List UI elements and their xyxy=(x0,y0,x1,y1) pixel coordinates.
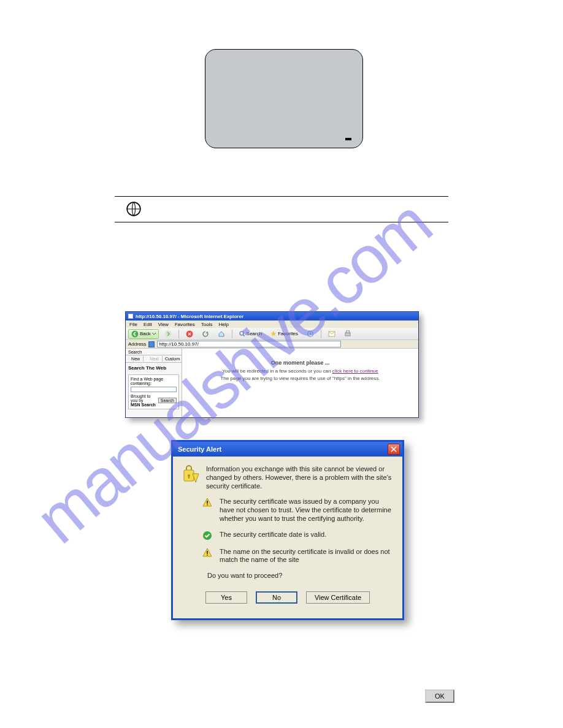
home-button[interactable] xyxy=(215,329,228,339)
address-label: Address xyxy=(128,341,146,347)
menu-file[interactable]: File xyxy=(129,322,137,327)
globe-icon xyxy=(126,201,142,217)
history-button[interactable] xyxy=(304,329,317,339)
search-provider-line2: MSN Search xyxy=(131,403,158,407)
yes-button[interactable]: Yes xyxy=(205,591,247,604)
mail-button[interactable] xyxy=(325,330,339,338)
search-pane: Search New Next Custom Search The Web Fi… xyxy=(126,349,182,417)
dialog-bullet-3: The name on the security certificate is … xyxy=(220,548,393,565)
menu-edit[interactable]: Edit xyxy=(144,322,152,327)
search-find-label: Find a Web page containing: xyxy=(131,377,177,385)
search-submit-button[interactable]: Search xyxy=(158,398,177,403)
search-button[interactable]: Search xyxy=(236,330,265,338)
favorites-button-label: Favorites xyxy=(278,331,298,336)
browser-window: http://10.50.10.97/ - Microsoft Internet… xyxy=(125,311,419,418)
menu-help[interactable]: Help xyxy=(218,322,228,327)
menu-favorites[interactable]: Favorites xyxy=(175,322,195,327)
dialog-title: Security Alert xyxy=(178,446,221,453)
svg-rect-12 xyxy=(188,476,190,479)
check-icon xyxy=(201,531,213,540)
svg-point-9 xyxy=(128,358,128,359)
search-button-label: Search xyxy=(247,331,262,336)
svg-point-2 xyxy=(164,330,171,337)
svg-rect-16 xyxy=(207,551,207,554)
refresh-button[interactable] xyxy=(199,329,212,339)
stop-button[interactable] xyxy=(183,329,196,339)
search-pane-next: Next xyxy=(150,357,158,361)
address-input[interactable] xyxy=(157,341,341,347)
view-certificate-button[interactable]: View Certificate xyxy=(306,591,370,604)
dialog-titlebar: Security Alert xyxy=(173,442,402,457)
svg-rect-13 xyxy=(207,501,207,504)
search-provider-line1: Brought to you by xyxy=(131,394,158,403)
toolbar-separator xyxy=(232,330,232,338)
svg-rect-17 xyxy=(207,555,207,555)
menu-tools[interactable]: Tools xyxy=(201,322,213,327)
svg-rect-14 xyxy=(207,504,207,505)
section-rule-bottom xyxy=(115,222,448,222)
redirect-heading: One moment please ... xyxy=(182,360,418,366)
page-content: One moment please ... You will be redire… xyxy=(182,349,418,417)
search-pane-custom[interactable]: Custom xyxy=(165,357,180,361)
dialog-bullet-2: The security certificate date is valid. xyxy=(220,531,393,540)
search-find-input[interactable] xyxy=(131,387,177,392)
svg-point-1 xyxy=(132,330,139,337)
ok-button[interactable]: OK xyxy=(425,689,454,703)
dialog-bullet-1: The security certificate was issued by a… xyxy=(220,498,393,523)
dialog-proceed-text: Do you want to proceed? xyxy=(207,572,393,579)
toolbar-separator xyxy=(321,330,321,338)
device-slot xyxy=(345,138,351,140)
search-pane-tab[interactable]: Search xyxy=(128,350,142,354)
security-alert-dialog: Security Alert Information you exchange … xyxy=(171,440,404,620)
menu-view[interactable]: View xyxy=(158,322,169,327)
toolbar-separator xyxy=(178,330,179,338)
warning-icon xyxy=(201,498,213,523)
lock-shield-icon xyxy=(183,465,200,490)
browser-window-title: http://10.50.10.97/ - Microsoft Internet… xyxy=(136,314,243,319)
search-pane-new[interactable]: New xyxy=(131,357,140,361)
search-form: Find a Web page containing: Brought to y… xyxy=(128,374,179,409)
svg-point-4 xyxy=(240,332,243,335)
svg-rect-8 xyxy=(347,331,350,333)
svg-rect-7 xyxy=(345,333,350,336)
close-button[interactable] xyxy=(388,444,400,455)
print-button[interactable] xyxy=(341,329,354,339)
warning-icon xyxy=(201,548,213,565)
ie-logo-icon xyxy=(128,314,133,319)
redirect-link[interactable]: click here to continue xyxy=(332,368,378,374)
redirect-text: You will be redirected in a few seconds … xyxy=(222,368,332,374)
back-button[interactable]: Back xyxy=(128,329,159,339)
forward-button[interactable] xyxy=(161,329,175,339)
back-button-label: Back xyxy=(140,331,151,336)
search-pane-heading: Search The Web xyxy=(126,363,182,373)
browser-titlebar: http://10.50.10.97/ - Microsoft Internet… xyxy=(126,312,418,320)
no-button[interactable]: No xyxy=(256,591,297,604)
page-icon xyxy=(148,341,155,347)
device-illustration xyxy=(205,49,363,148)
section-rule-top xyxy=(115,196,448,197)
https-note: The page you are trying to view requires… xyxy=(182,376,418,381)
address-bar: Address xyxy=(126,340,418,349)
favorites-button[interactable]: Favorites xyxy=(267,330,301,338)
dialog-intro-text: Information you exchange with this site … xyxy=(206,465,393,490)
browser-menubar: File Edit View Favorites Tools Help xyxy=(126,320,418,328)
browser-toolbar: Back Search Favorites xyxy=(126,328,418,340)
